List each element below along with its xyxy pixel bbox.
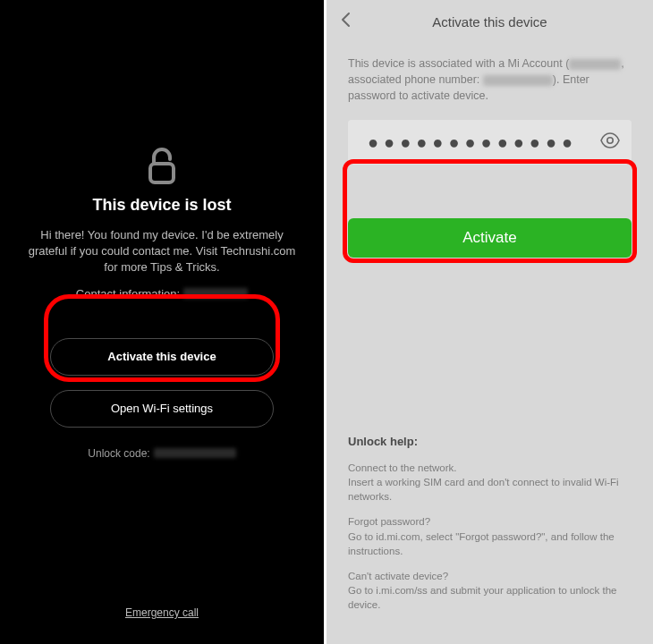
contact-info: Contact information:	[76, 287, 248, 301]
body: This device is associated with a Mi Acco…	[326, 43, 653, 258]
contact-value-redacted	[183, 288, 248, 299]
password-field[interactable]: ●●●●●●●●●●●●●	[348, 120, 632, 165]
account-msg-prefix: This device is associated with a Mi Acco…	[348, 57, 569, 70]
unlock-code-value-redacted	[154, 448, 236, 458]
emergency-call-link[interactable]: Emergency call	[125, 606, 199, 619]
help-network-text: Insert a working SIM card and don't conn…	[348, 475, 632, 504]
account-id-redacted	[569, 59, 621, 70]
unlock-help: Unlock help: Connect to the network. Ins…	[348, 435, 632, 623]
activate-device-button[interactable]: Activate this device	[50, 338, 274, 376]
password-value: ●●●●●●●●●●●●●	[368, 132, 599, 153]
help-cant-activate: Can't activate device? Go to i.mi.com/ss…	[348, 569, 632, 612]
help-forgot-title: Forgot password?	[348, 514, 632, 529]
phone-number-redacted	[483, 75, 553, 86]
page-title: Activate this device	[432, 14, 547, 30]
account-msg-comma: ,	[621, 57, 623, 70]
account-message: This device is associated with a Mi Acco…	[348, 55, 632, 104]
header: Activate this device	[326, 0, 653, 43]
unlock-code-label: Unlock code:	[88, 447, 149, 460]
help-cant-title: Can't activate device?	[348, 569, 632, 583]
eye-icon[interactable]	[599, 130, 621, 155]
account-msg-mid: associated phone number:	[348, 73, 483, 86]
activate-button[interactable]: Activate	[348, 218, 632, 258]
open-wifi-button[interactable]: Open Wi-Fi settings	[50, 390, 274, 428]
help-forgot-text: Go to id.mi.com, select "Forgot password…	[348, 530, 632, 558]
lost-device-screen: This device is lost Hi there! You found …	[0, 0, 326, 644]
help-cant-text: Go to i.mi.com/ss and submit your applic…	[348, 583, 632, 612]
help-network-title: Connect to the network.	[348, 461, 632, 475]
lost-message: Hi there! You found my device. I'd be ex…	[16, 227, 308, 276]
back-icon[interactable]	[341, 12, 351, 31]
unlock-icon	[147, 148, 177, 185]
activate-button-highlight: Activate	[348, 165, 632, 258]
svg-point-1	[607, 138, 613, 143]
svg-rect-0	[150, 164, 174, 182]
contact-label: Contact information:	[76, 287, 180, 301]
help-title: Unlock help:	[348, 435, 632, 448]
activate-button-highlight: Activate this device	[50, 301, 274, 376]
unlock-code-row: Unlock code:	[88, 447, 235, 460]
lost-title: This device is lost	[92, 196, 231, 215]
activate-device-screen: Activate this device This device is asso…	[326, 0, 653, 644]
help-forgot-password: Forgot password? Go to id.mi.com, select…	[348, 514, 632, 557]
help-network: Connect to the network. Insert a working…	[348, 461, 632, 504]
